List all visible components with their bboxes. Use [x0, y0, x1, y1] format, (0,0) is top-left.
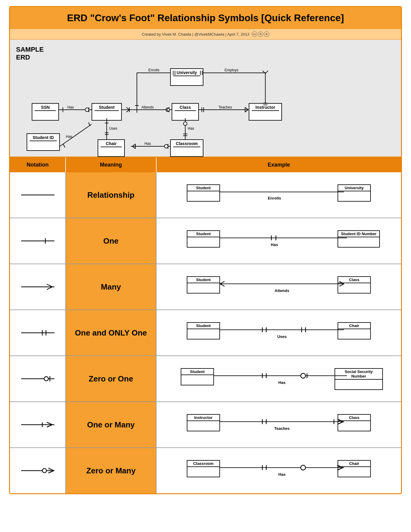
- table-row: One or Many Instructor Class: [10, 402, 401, 448]
- notation-many: [10, 264, 66, 310]
- ex-diagram-one: Student Student ID Number Has: [169, 224, 389, 258]
- ex-diagram-relationship: Student University Enrolls: [169, 178, 389, 212]
- svg-point-42: [183, 122, 187, 125]
- svg-line-48: [132, 146, 135, 149]
- svg-text:Attends: Attends: [275, 288, 289, 293]
- ex-student4-entity: Student: [187, 322, 220, 339]
- one-many-notation-svg: [20, 420, 56, 429]
- svg-point-86: [301, 373, 306, 378]
- table-row: Zero or One Student Social Security Numb…: [10, 356, 401, 402]
- example-zero-many: Classroom Chair: [157, 448, 401, 493]
- svg-text:Teaches: Teaches: [218, 105, 232, 109]
- svg-point-101: [42, 469, 47, 473]
- notation-one-only: [10, 310, 66, 355]
- ex-studentid-entity: Student ID Number: [338, 230, 380, 248]
- svg-text:Enrolls: Enrolls: [148, 68, 160, 72]
- ex-student-entity: Student: [187, 184, 220, 202]
- svg-line-63: [47, 284, 52, 287]
- example-one-many: Instructor Class: [157, 402, 401, 447]
- ex-classroom-entity: Classroom: [187, 460, 220, 477]
- cc-icon: cc: [252, 31, 257, 37]
- meaning-header: Meaning: [66, 157, 157, 172]
- class-entity: Class: [172, 103, 199, 121]
- meaning-zero-one: Zero or One: [66, 356, 157, 401]
- meaning-one-many: One or Many: [66, 402, 157, 447]
- svg-line-38: [245, 110, 248, 112]
- svg-point-2: [85, 108, 89, 112]
- subtitle-text: Created by Vivek M. Chawla | @VivekMChaw…: [142, 32, 249, 37]
- svg-text:Uses: Uses: [109, 126, 117, 131]
- relationship-notation-svg: [20, 192, 56, 198]
- notation-one: [10, 218, 66, 264]
- example-one-only: Student Chair Uses: [157, 310, 401, 355]
- university-entity: University: [170, 68, 203, 86]
- svg-text:Has: Has: [144, 141, 151, 146]
- meaning-one-only: One and ONLY One: [66, 310, 157, 355]
- ssn-entity: SSN: [32, 103, 59, 121]
- instructor-entity: Instructor: [249, 103, 282, 121]
- svg-text:Uses: Uses: [277, 334, 286, 339]
- ex-chair-entity: Chair: [338, 322, 371, 339]
- ex-student3-entity: Student: [187, 276, 220, 294]
- main-container: ERD "Crow's Foot" Relationship Symbols […: [9, 6, 402, 494]
- svg-line-6: [63, 144, 65, 148]
- reference-table: Notation Meaning Example Relationship St…: [10, 157, 401, 493]
- notation-zero-many: [10, 448, 66, 493]
- svg-line-15: [126, 107, 129, 110]
- svg-text:Has: Has: [278, 380, 286, 385]
- svg-line-20: [167, 110, 170, 112]
- svg-line-66: [220, 281, 225, 284]
- svg-point-81: [44, 377, 48, 381]
- svg-text:Has: Has: [67, 105, 74, 109]
- erd-relationships-svg: Has Has Uses Attends: [10, 40, 401, 157]
- one-notation-svg: [20, 236, 56, 245]
- table-row: Relationship Student University Enrolls: [10, 172, 401, 218]
- svg-text:Attends: Attends: [141, 105, 154, 109]
- table-header: Notation Meaning Example: [10, 157, 401, 172]
- svg-point-18: [166, 108, 170, 112]
- svg-text:Has: Has: [271, 242, 278, 247]
- by-icon: ①: [258, 31, 263, 37]
- ex-diagram-zero-one: Student Social Security Number Has: [169, 362, 389, 395]
- example-header: Example: [157, 157, 401, 172]
- svg-text:Has: Has: [278, 472, 286, 477]
- svg-line-31: [263, 71, 265, 73]
- notation-zero-one: [10, 356, 66, 401]
- ex-diagram-one-only: Student Chair Uses: [169, 316, 389, 349]
- example-one: Student Student ID Number Has: [157, 218, 401, 264]
- nc-icon: ⊘: [264, 31, 269, 37]
- ex-diagram-zero-many: Classroom Chair: [169, 454, 389, 487]
- title-bar: ERD "Crow's Foot" Relationship Symbols […: [10, 7, 401, 29]
- chair-entity: Chair: [98, 139, 125, 157]
- cc-icons: cc ① ⊘: [252, 31, 269, 37]
- svg-text:Has: Has: [188, 126, 194, 131]
- ex-chair2-entity: Chair: [338, 460, 371, 477]
- svg-text:Enrolls: Enrolls: [268, 196, 281, 200]
- table-row: Zero or Many Classroom Chair: [10, 448, 401, 493]
- ex-student2-entity: Student: [187, 230, 220, 248]
- ex-ssn-entity: Social Security Number: [335, 368, 383, 390]
- svg-line-16: [126, 110, 129, 112]
- notation-relationship: [10, 172, 66, 218]
- table-row: One Student Student ID Number: [10, 218, 401, 264]
- erd-section: SAMPLEERD SSN Student ID Student Chair U…: [10, 40, 401, 157]
- svg-line-32: [265, 71, 268, 73]
- example-many: Student Class A: [157, 264, 401, 310]
- svg-line-47: [132, 144, 135, 146]
- table-row: One and ONLY One Student Chair: [10, 310, 401, 356]
- ex-university-entity: University: [338, 184, 371, 202]
- svg-line-64: [47, 287, 52, 290]
- meaning-one: One: [66, 218, 157, 264]
- svg-text:Has: Has: [66, 135, 72, 139]
- svg-line-5: [60, 124, 92, 146]
- many-notation-svg: [20, 282, 56, 291]
- meaning-relationship: Relationship: [66, 172, 157, 218]
- meaning-many: Many: [66, 264, 157, 310]
- subtitle-bar: Created by Vivek M. Chawla | @VivekMChaw…: [10, 29, 401, 40]
- student-entity: Student: [92, 103, 122, 121]
- svg-text:Teaches: Teaches: [274, 426, 290, 431]
- ex-instructor-entity: Instructor: [187, 414, 220, 431]
- ex-diagram-many: Student Class A: [169, 270, 389, 303]
- one-only-notation-svg: [20, 328, 56, 337]
- svg-point-50: [164, 144, 168, 148]
